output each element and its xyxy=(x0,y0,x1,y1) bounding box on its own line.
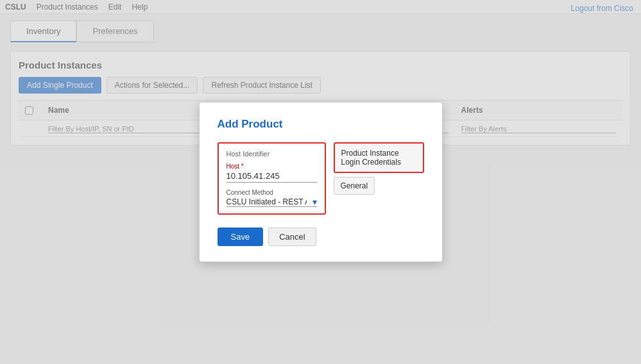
host-field-label: Host * xyxy=(226,163,317,170)
host-input[interactable] xyxy=(226,171,317,183)
modal-footer: Save Cancel xyxy=(218,228,424,246)
host-required-star: * xyxy=(241,163,244,170)
host-identifier-label: Host Identifier xyxy=(226,150,317,158)
connect-method-label: Connect Method xyxy=(226,189,317,196)
modal-title: Add Product xyxy=(218,118,424,131)
add-product-modal: Add Product Host Identifier Host * Conne… xyxy=(199,102,443,262)
connect-method-select[interactable]: CSLU Initiated - REST API Product Initia… xyxy=(226,197,317,206)
connect-method-wrapper: CSLU Initiated - REST API Product Initia… xyxy=(226,197,317,207)
product-instance-login-credentials-button[interactable]: Product Instance Login Credentials xyxy=(334,142,424,173)
save-button[interactable]: Save xyxy=(218,228,264,246)
host-identifier-section: Host Identifier Host * Connect Method CS… xyxy=(218,142,326,215)
login-credentials-section: Product Instance Login Credentials Gener… xyxy=(334,142,424,215)
cancel-button[interactable]: Cancel xyxy=(268,228,316,246)
modal-body: Host Identifier Host * Connect Method CS… xyxy=(218,142,424,215)
general-button[interactable]: General xyxy=(334,177,375,195)
modal-overlay: Add Product Host Identifier Host * Conne… xyxy=(0,0,641,364)
